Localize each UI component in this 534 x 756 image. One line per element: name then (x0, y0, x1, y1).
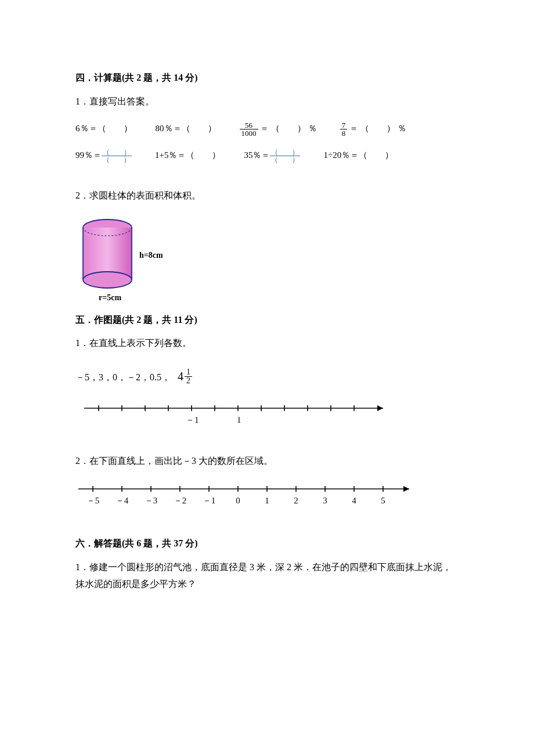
section-5-title: 五．作图题(共 2 题，共 11 分) (75, 312, 459, 329)
blank: （ ） (98, 124, 132, 133)
s4-q2: 2．求圆柱体的表面积和体积。 (75, 188, 459, 204)
blank-bot: （ ） (270, 156, 300, 163)
s5-q1: 1．在直线上表示下列各数。 (75, 335, 459, 352)
lhs: 1÷20％＝ (323, 150, 359, 160)
mixed-whole: 4 (178, 366, 183, 387)
eq-7over8: 7 8 ＝ （ ） ％ (340, 121, 406, 137)
blank: （ ） (360, 124, 395, 133)
nl2-l2: －3 (145, 493, 158, 509)
svg-marker-6 (377, 405, 383, 411)
section-4-title: 四．计算题(共 2 题，共 14 分) (75, 70, 459, 87)
blank: （ ） (271, 124, 306, 133)
s6-q1: 1．修建一个圆柱形的沼气池，底面直径是 3 米，深 2 米．在池子的四壁和下底面… (75, 559, 459, 593)
eq-1plus5pct: 1+5％＝（ ） (155, 147, 221, 163)
nl1-pos1: 1 (237, 412, 241, 428)
s5-q1-values: －5，3，0，－2，0.5， 4 1 2 (75, 366, 459, 387)
eq-6pct: 6％＝（ ） (75, 121, 132, 136)
lhs: 6％＝ (75, 124, 98, 133)
mixed-number: 4 1 2 (178, 366, 192, 387)
lhs: 99％＝ (75, 150, 102, 160)
eq-mid: ＝ (258, 124, 272, 133)
svg-marker-20 (403, 486, 409, 492)
blank: （ ） (186, 150, 221, 160)
eq-1div20pct: 1÷20％＝（ ） (323, 147, 394, 163)
cylinder-figure: h=8cm r=5cm (75, 216, 192, 300)
fraction: 7 8 (340, 121, 348, 137)
s4-q1-row2: 99％＝ （ ） （ ） 1+5％＝（ ） 35％＝ （ ） （ ） 1÷20％… (75, 147, 459, 163)
nl2-l0: －5 (86, 493, 100, 509)
cylinder-h-label: h=8cm (139, 248, 163, 262)
nl2-l1: －4 (116, 493, 129, 509)
pct-suffix: ％ (306, 124, 317, 133)
mixed-frac: 1 2 (185, 368, 192, 385)
mixed-top: 1 (185, 368, 192, 377)
lhs: 80％＝ (156, 124, 182, 133)
values-list: －5，3，0，－2，0.5， (75, 372, 171, 382)
eq-80pct: 80％＝（ ） (156, 121, 217, 136)
eq-99pct: 99％＝ （ ） （ ） (75, 147, 132, 163)
numerator: 7 (340, 121, 348, 129)
fraction: 56 1000 (240, 121, 258, 137)
s4-q1: 1．直接写出答案。 (75, 93, 459, 110)
nl2-l7: 2 (294, 493, 298, 509)
section-6-title: 六．解答题(共 6 题，共 37 分) (75, 535, 459, 552)
eq-mid: ＝ (347, 124, 360, 133)
blank-fraction: （ ） （ ） (102, 149, 132, 163)
cylinder-icon (75, 216, 139, 297)
lhs: 35％＝ (244, 150, 270, 160)
nl2-l9: 4 (352, 493, 356, 509)
blank-fraction: （ ） （ ） (270, 149, 300, 163)
blank-top: （ ） (270, 149, 300, 156)
number-line-1: －1 1 (81, 399, 395, 429)
nl2-l6: 1 (265, 493, 269, 509)
pct-suffix: ％ (395, 124, 406, 133)
eq-56over1000: 56 1000 ＝ （ ） ％ (240, 121, 317, 137)
denominator: 8 (340, 129, 348, 137)
nl2-l8: 3 (323, 493, 327, 509)
nl1-neg1: －1 (186, 412, 199, 428)
eq-35pct: 35％＝ （ ） （ ） (244, 147, 300, 163)
cylinder-r-label: r=5cm (99, 290, 121, 305)
blank: （ ） (359, 150, 394, 160)
s5-q2: 2．在下面直线上，画出比－3 大的数所在区域。 (75, 453, 459, 470)
nl2-l4: －1 (203, 493, 216, 509)
blank-top: （ ） (102, 149, 132, 156)
svg-point-4 (83, 272, 132, 288)
mixed-bot: 2 (185, 377, 192, 385)
s4-q1-row1: 6％＝（ ） 80％＝（ ） 56 1000 ＝ （ ） ％ 7 8 ＝ （ ）… (75, 121, 459, 137)
blank: （ ） (182, 124, 217, 133)
nl2-l3: －2 (174, 493, 187, 509)
lhs: 1+5％＝ (155, 150, 186, 160)
blank-bot: （ ） (102, 156, 132, 163)
number-line-2: －5 －4 －3 －2 －1 0 1 2 3 4 5 (75, 480, 418, 512)
nl2-l10: 5 (381, 493, 385, 509)
nl2-l5: 0 (236, 493, 240, 509)
denominator: 1000 (240, 129, 258, 137)
numerator: 56 (240, 121, 258, 129)
